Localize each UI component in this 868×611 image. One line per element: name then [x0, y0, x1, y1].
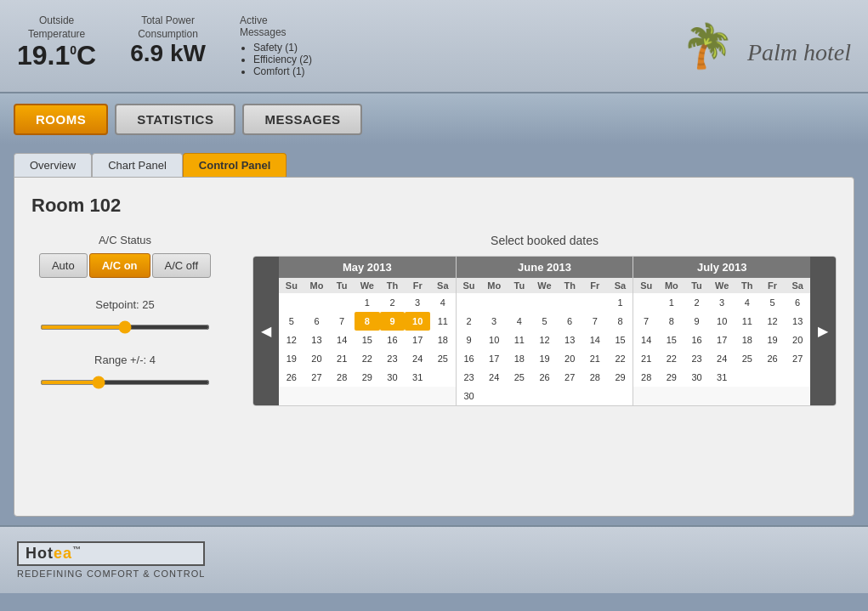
calendar-cell[interactable]: 12 — [532, 331, 558, 349]
calendar-cell[interactable]: 31 — [405, 368, 430, 387]
calendar-cell[interactable]: 8 — [608, 312, 633, 331]
calendar-cell[interactable]: 22 — [659, 349, 684, 368]
calendar-cell[interactable]: 2 — [684, 293, 710, 312]
messages-nav-button[interactable]: MESSAGES — [242, 104, 362, 135]
calendar-next-button[interactable]: ▶ — [810, 257, 836, 405]
calendar-cell[interactable]: 3 — [709, 293, 735, 312]
calendar-cell[interactable]: 28 — [633, 368, 659, 387]
ac-on-button[interactable]: A/C on — [89, 253, 150, 278]
calendar-prev-button[interactable]: ◀ — [253, 257, 279, 405]
calendar-cell[interactable]: 6 — [557, 312, 582, 331]
calendar-cell[interactable]: 24 — [481, 368, 507, 387]
calendar-cell[interactable]: 22 — [355, 349, 380, 368]
calendar-cell[interactable]: 18 — [507, 349, 532, 368]
calendar-cell[interactable]: 26 — [760, 349, 786, 368]
calendar-cell[interactable]: 2 — [457, 312, 482, 331]
calendar-cell[interactable]: 5 — [532, 312, 558, 331]
calendar-cell[interactable]: 28 — [582, 368, 608, 387]
calendar-cell[interactable]: 3 — [481, 312, 507, 331]
calendar-cell[interactable]: 4 — [735, 293, 760, 312]
calendar-cell[interactable]: 23 — [380, 349, 406, 368]
calendar-cell[interactable]: 21 — [329, 349, 355, 368]
calendar-cell[interactable]: 4 — [507, 312, 532, 331]
calendar-cell[interactable]: 20 — [304, 349, 330, 368]
calendar-cell[interactable]: 9 — [457, 331, 482, 349]
calendar-cell[interactable]: 29 — [608, 368, 633, 387]
calendar-cell[interactable]: 10 — [405, 312, 430, 331]
calendar-cell[interactable]: 13 — [785, 312, 810, 331]
calendar-cell[interactable]: 22 — [608, 349, 633, 368]
calendar-cell[interactable]: 26 — [279, 368, 304, 387]
calendar-cell[interactable]: 25 — [507, 368, 532, 387]
calendar-cell[interactable]: 1 — [608, 293, 633, 312]
calendar-cell[interactable]: 5 — [279, 312, 304, 331]
calendar-cell[interactable]: 14 — [329, 331, 355, 349]
calendar-cell[interactable]: 7 — [329, 312, 355, 331]
calendar-cell[interactable]: 17 — [709, 331, 735, 349]
calendar-cell[interactable]: 30 — [380, 368, 406, 387]
calendar-cell[interactable]: 27 — [785, 349, 810, 368]
calendar-cell[interactable]: 15 — [608, 331, 633, 349]
calendar-cell[interactable]: 29 — [355, 368, 380, 387]
calendar-cell[interactable]: 13 — [304, 331, 330, 349]
calendar-cell[interactable]: 16 — [684, 331, 710, 349]
calendar-cell[interactable]: 24 — [405, 349, 430, 368]
calendar-cell[interactable]: 20 — [557, 349, 582, 368]
calendar-cell[interactable]: 4 — [430, 293, 456, 312]
calendar-cell[interactable]: 30 — [684, 368, 710, 387]
statistics-nav-button[interactable]: STATISTICS — [115, 104, 235, 135]
calendar-cell[interactable]: 14 — [633, 331, 659, 349]
calendar-cell[interactable]: 8 — [659, 312, 684, 331]
calendar-cell[interactable]: 16 — [457, 349, 482, 368]
calendar-cell[interactable]: 6 — [304, 312, 330, 331]
calendar-cell[interactable]: 7 — [582, 312, 608, 331]
calendar-cell[interactable]: 30 — [457, 387, 482, 405]
calendar-cell[interactable]: 13 — [557, 331, 582, 349]
calendar-cell[interactable]: 6 — [785, 293, 810, 312]
calendar-cell[interactable]: 29 — [659, 368, 684, 387]
calendar-cell[interactable]: 7 — [633, 312, 659, 331]
calendar-cell[interactable]: 1 — [355, 293, 380, 312]
calendar-cell[interactable]: 10 — [481, 331, 507, 349]
calendar-cell[interactable]: 14 — [582, 331, 608, 349]
calendar-cell[interactable]: 1 — [659, 293, 684, 312]
calendar-cell[interactable]: 31 — [709, 368, 735, 387]
calendar-cell[interactable]: 27 — [304, 368, 330, 387]
tab-control-panel[interactable]: Control Panel — [183, 153, 287, 177]
calendar-cell[interactable]: 21 — [633, 349, 659, 368]
calendar-cell[interactable]: 18 — [430, 331, 456, 349]
calendar-cell[interactable]: 27 — [557, 368, 582, 387]
calendar-cell[interactable]: 15 — [659, 331, 684, 349]
calendar-cell[interactable]: 11 — [735, 312, 760, 331]
calendar-cell[interactable]: 17 — [481, 349, 507, 368]
calendar-cell[interactable]: 19 — [532, 349, 558, 368]
calendar-cell[interactable]: 8 — [355, 312, 380, 331]
calendar-cell[interactable]: 16 — [380, 331, 406, 349]
tab-chart-panel[interactable]: Chart Panel — [92, 153, 183, 177]
calendar-cell[interactable]: 2 — [380, 293, 406, 312]
calendar-cell[interactable]: 10 — [709, 312, 735, 331]
ac-off-button[interactable]: A/C off — [152, 253, 212, 278]
calendar-cell[interactable]: 23 — [457, 368, 482, 387]
ac-auto-button[interactable]: Auto — [39, 253, 88, 278]
calendar-cell[interactable]: 11 — [430, 312, 456, 331]
calendar-cell[interactable]: 9 — [380, 312, 406, 331]
calendar-cell[interactable]: 23 — [684, 349, 710, 368]
calendar-cell[interactable]: 24 — [709, 349, 735, 368]
calendar-cell[interactable]: 15 — [355, 331, 380, 349]
rooms-nav-button[interactable]: ROOMS — [14, 104, 108, 135]
calendar-cell[interactable]: 18 — [735, 331, 760, 349]
calendar-cell[interactable]: 21 — [582, 349, 608, 368]
calendar-cell[interactable]: 5 — [760, 293, 786, 312]
calendar-cell[interactable]: 25 — [430, 349, 456, 368]
calendar-cell[interactable]: 11 — [507, 331, 532, 349]
calendar-cell[interactable]: 19 — [279, 349, 304, 368]
calendar-cell[interactable]: 26 — [532, 368, 558, 387]
tab-overview[interactable]: Overview — [14, 153, 92, 177]
calendar-cell[interactable]: 12 — [760, 312, 786, 331]
calendar-cell[interactable]: 19 — [760, 331, 786, 349]
calendar-cell[interactable]: 25 — [735, 349, 760, 368]
calendar-cell[interactable]: 12 — [279, 331, 304, 349]
calendar-cell[interactable]: 9 — [684, 312, 710, 331]
calendar-cell[interactable]: 3 — [405, 293, 430, 312]
